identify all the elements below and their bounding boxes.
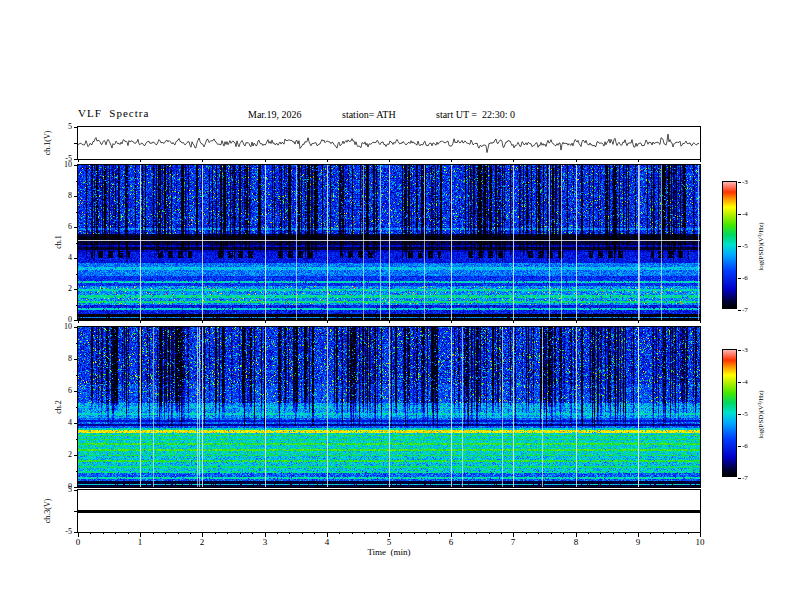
y-tick-label: 8 — [52, 355, 72, 363]
x-tick-label: 3 — [255, 538, 275, 547]
colorbar-tick-label: -6 — [742, 275, 758, 282]
axis-tick — [74, 258, 78, 259]
axis-tick — [513, 159, 514, 162]
axis-tick — [675, 532, 676, 534]
header-start-ut: start UT = 22:30: 0 — [436, 109, 515, 120]
x-tick-label: 4 — [317, 538, 337, 547]
axis-tick — [738, 246, 741, 247]
colorbar-tick-label: -6 — [742, 443, 758, 450]
axis-tick — [738, 310, 741, 311]
axis-tick — [339, 532, 340, 534]
axis-tick — [74, 127, 78, 128]
y-tick-label: 2 — [52, 451, 72, 459]
ch1-frequency-axis-label: ch.1 Frequency (kHz) — [36, 162, 56, 322]
axis-tick — [738, 446, 741, 447]
axis-tick — [265, 159, 266, 162]
axis-tick — [215, 532, 216, 534]
axis-tick — [140, 159, 141, 162]
x-tick-label: 9 — [628, 538, 648, 547]
axis-tick — [600, 532, 601, 534]
axis-tick — [501, 532, 502, 534]
axis-tick — [74, 289, 78, 290]
axis-tick — [700, 159, 701, 162]
axis-tick — [352, 532, 353, 534]
axis-tick — [738, 350, 741, 351]
axis-tick — [663, 532, 664, 534]
x-tick-label: 8 — [566, 538, 586, 547]
axis-tick — [78, 159, 79, 162]
axis-tick — [588, 532, 589, 534]
y-tick-label: 4 — [52, 419, 72, 427]
axis-tick — [74, 490, 78, 491]
axis-tick — [613, 532, 614, 534]
axis-tick — [401, 532, 402, 534]
axis-tick — [227, 532, 228, 534]
axis-tick — [76, 343, 78, 344]
axis-tick — [103, 532, 104, 534]
x-tick-label: 6 — [441, 538, 461, 547]
ch1-spectrogram-canvas — [78, 165, 700, 320]
axis-tick — [90, 532, 91, 534]
axis-tick — [563, 532, 564, 534]
axis-tick — [140, 320, 141, 323]
axis-tick — [74, 143, 77, 144]
axis-tick — [738, 478, 741, 479]
axis-tick — [650, 532, 651, 534]
axis-tick — [74, 327, 78, 328]
axis-tick — [513, 320, 514, 323]
axis-tick — [738, 214, 741, 215]
axis-tick — [76, 305, 78, 306]
axis-tick — [414, 532, 415, 534]
x-tick-label: 2 — [192, 538, 212, 547]
header-date: Mar.19, 2026 — [248, 109, 302, 120]
axis-tick — [327, 159, 328, 162]
axis-tick — [464, 532, 465, 534]
axis-tick — [426, 532, 427, 534]
y-tick-label: 4 — [52, 254, 72, 262]
y-tick-label: 10 — [52, 323, 72, 331]
axis-tick — [688, 532, 689, 534]
y-tick-label: 0 — [52, 483, 72, 491]
axis-tick — [74, 359, 78, 360]
axis-tick — [738, 278, 741, 279]
x-tick-label: 0 — [68, 538, 88, 547]
y-tick-label: 6 — [52, 387, 72, 395]
axis-tick — [700, 320, 701, 323]
axis-tick — [74, 159, 78, 160]
axis-tick — [476, 532, 477, 534]
y-tick-label: 10 — [52, 161, 72, 169]
axis-tick — [202, 159, 203, 162]
ch2-spectrogram-canvas — [78, 327, 700, 487]
axis-tick — [76, 407, 78, 408]
ch2-frequency-axis-label: ch.2 Frequency (kHz) — [36, 327, 56, 487]
axis-tick — [76, 439, 78, 440]
axis-tick — [738, 382, 741, 383]
axis-tick — [202, 320, 203, 323]
axis-tick — [74, 196, 78, 197]
axis-tick — [638, 159, 639, 162]
x-tick-label: 5 — [379, 538, 399, 547]
axis-tick — [115, 532, 116, 534]
axis-tick — [76, 375, 78, 376]
colorbar-tick-label: -4 — [742, 211, 758, 218]
colorbar-tick-label: -5 — [742, 411, 758, 418]
y-tick-label: 2 — [52, 285, 72, 293]
axis-tick — [364, 532, 365, 534]
time-axis-label: Time (min) — [339, 547, 439, 557]
axis-tick — [252, 532, 253, 534]
ch2-colorbar — [722, 349, 737, 477]
y-tick-label: 6 — [52, 223, 72, 231]
axis-tick — [451, 159, 452, 162]
axis-tick — [190, 532, 191, 534]
axis-tick — [738, 414, 741, 415]
ch1-frequency-axis-label-channel: ch.1 — [54, 162, 63, 322]
axis-tick — [74, 227, 78, 228]
axis-tick — [302, 532, 303, 534]
axis-tick — [76, 181, 78, 182]
axis-tick — [128, 532, 129, 534]
header-station: station= ATH — [342, 109, 396, 120]
axis-tick — [74, 320, 78, 321]
axis-tick — [489, 532, 490, 534]
axis-tick — [576, 320, 577, 323]
axis-tick — [74, 487, 78, 488]
